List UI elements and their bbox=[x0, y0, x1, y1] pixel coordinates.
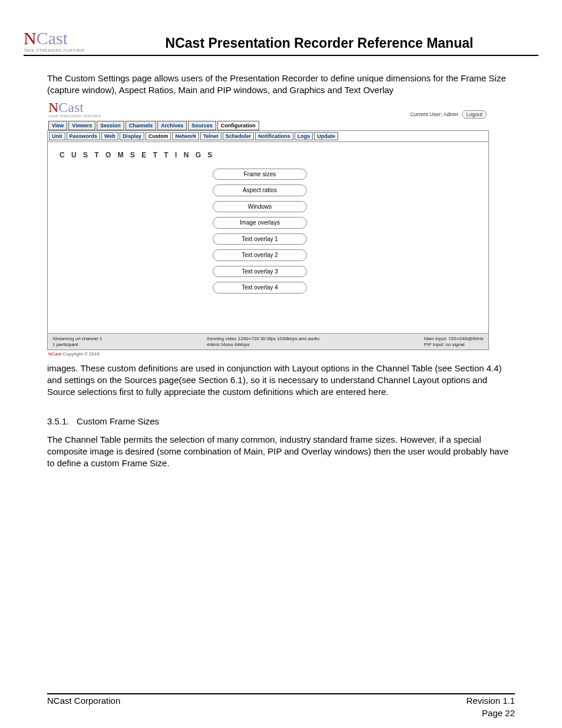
subtab-logs[interactable]: Logs bbox=[295, 132, 313, 140]
doc-footer: NCast Corporation Revision 1.1 bbox=[47, 693, 515, 706]
subtab-telnet[interactable]: Telnet bbox=[200, 132, 222, 140]
settings-buttons: Frame sizesAspect ratiosWindowsImage ove… bbox=[213, 169, 307, 294]
footer-right: Revision 1.1 bbox=[466, 696, 515, 706]
subtab-bar: UnitPasswordsWebDisplayCustomNetworkTeln… bbox=[47, 130, 489, 142]
logo-tagline: TAKE STREAMING FURTHER bbox=[24, 48, 100, 52]
tab-session[interactable]: Session bbox=[97, 121, 124, 130]
app-screenshot: NCast TAKE STREAMING FURTHER Current Use… bbox=[47, 101, 489, 358]
app-logo-tagline: TAKE STREAMING FURTHER bbox=[48, 114, 101, 118]
subtab-display[interactable]: Display bbox=[120, 132, 144, 140]
subtab-unit[interactable]: Unit bbox=[49, 132, 65, 140]
status-right: Main input: 720×240i@60Hz PIP input: no … bbox=[424, 336, 484, 347]
tab-archives[interactable]: Archives bbox=[157, 121, 187, 130]
status-bar: Streaming on channel 1 1 participant Sen… bbox=[47, 334, 489, 350]
subtab-scheduler[interactable]: Scheduler bbox=[223, 132, 254, 140]
section-number: 3.5.1. bbox=[47, 416, 70, 426]
button-frame-sizes[interactable]: Frame sizes bbox=[213, 169, 307, 180]
after-paragraph: images. These custom definitions are use… bbox=[47, 363, 515, 398]
section-body: The Channel Table permits the selection … bbox=[47, 434, 515, 470]
app-logo: NCast TAKE STREAMING FURTHER bbox=[48, 101, 101, 119]
subtab-passwords[interactable]: Passwords bbox=[67, 132, 101, 140]
tab-view[interactable]: View bbox=[48, 121, 67, 130]
button-text-overlay-4[interactable]: Text overlay 4 bbox=[213, 282, 307, 294]
logout-button[interactable]: Logout bbox=[462, 110, 487, 118]
subtab-web[interactable]: Web bbox=[101, 132, 118, 140]
button-text-overlay-1[interactable]: Text overlay 1 bbox=[213, 233, 307, 245]
subtab-notifications[interactable]: Notifications bbox=[255, 132, 293, 140]
main-tabs: ViewViewersSessionChannelsArchivesSource… bbox=[47, 121, 489, 130]
subtab-update[interactable]: Update bbox=[314, 132, 338, 140]
tab-configuration[interactable]: Configuration bbox=[217, 121, 259, 130]
app-copyright: NCast Copyright © 2010 bbox=[47, 350, 489, 358]
doc-header: NCast TAKE STREAMING FURTHER NCast Prese… bbox=[24, 29, 538, 56]
current-user-label: Current User: Admin bbox=[410, 111, 458, 117]
section-title: Custom Frame Sizes bbox=[77, 416, 159, 426]
status-mid: Sending video 1280×720 30.0fps 1030kbps … bbox=[207, 336, 320, 347]
footer-left: NCast Corporation bbox=[47, 696, 120, 706]
doc-title: NCast Presentation Recorder Reference Ma… bbox=[100, 35, 538, 52]
button-aspect-ratios[interactable]: Aspect ratios bbox=[213, 185, 307, 196]
button-text-overlay-2[interactable]: Text overlay 2 bbox=[213, 249, 307, 261]
tab-sources[interactable]: Sources bbox=[188, 121, 216, 130]
subtab-network[interactable]: Network bbox=[172, 132, 199, 140]
tab-viewers[interactable]: Viewers bbox=[68, 121, 95, 130]
button-image-overlays[interactable]: Image overlays bbox=[213, 217, 307, 229]
panel-title: C U S T O M S E T T I N G S bbox=[59, 150, 482, 160]
copyright-ncast: NCast bbox=[48, 351, 61, 357]
status-left: Streaming on channel 1 1 participant bbox=[52, 336, 103, 347]
button-text-overlay-3[interactable]: Text overlay 3 bbox=[213, 266, 307, 278]
intro-paragraph: The Custom Settings page allows users of… bbox=[47, 73, 515, 97]
button-windows[interactable]: Windows bbox=[213, 201, 307, 213]
subtab-custom[interactable]: Custom bbox=[146, 132, 171, 140]
header-logo: NCast TAKE STREAMING FURTHER bbox=[24, 29, 100, 52]
logo-letter-n: N bbox=[24, 28, 37, 48]
sub-tabs: UnitPasswordsWebDisplayCustomNetworkTeln… bbox=[49, 132, 487, 140]
app-logo-cast: Cast bbox=[58, 100, 84, 115]
settings-panel: C U S T O M S E T T I N G S Frame sizesA… bbox=[47, 142, 489, 334]
tab-channels[interactable]: Channels bbox=[125, 121, 157, 130]
page-number: Page 22 bbox=[24, 708, 515, 718]
app-logo-n: N bbox=[48, 100, 58, 115]
logo-letter-cast: Cast bbox=[37, 28, 68, 48]
section-heading: 3.5.1. Custom Frame Sizes bbox=[47, 416, 515, 427]
copyright-rest: Copyright © 2010 bbox=[61, 351, 100, 357]
user-area: Current User: Admin Logout bbox=[410, 110, 487, 118]
